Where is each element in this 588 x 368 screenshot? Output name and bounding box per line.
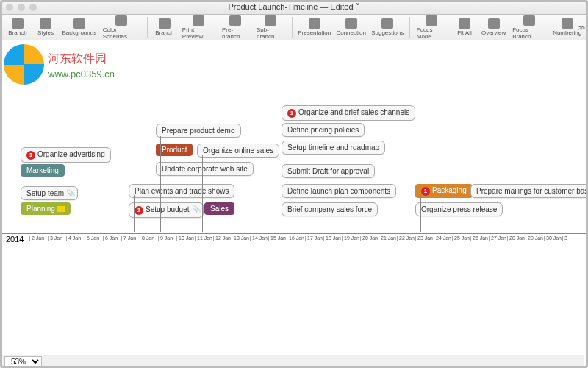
tag-packaging[interactable]: 1Packaging — [415, 184, 473, 198]
zoom-select[interactable]: 53% — [4, 356, 42, 367]
styles-button[interactable]: Styles — [32, 18, 59, 37]
tag-sales[interactable]: Sales — [204, 202, 234, 215]
node-press-release[interactable]: Organize press release — [415, 202, 503, 216]
node-prepare-demo[interactable]: Prepare product demo — [156, 124, 241, 138]
numbering-icon — [562, 18, 573, 29]
node-organize-advertising[interactable]: 1Organize advertising — [21, 147, 111, 163]
timeline-tick: 21 Jan — [379, 236, 396, 241]
connector — [420, 195, 421, 232]
print-preview-button[interactable]: Print Preview — [179, 15, 218, 40]
color-schemas-button[interactable]: Color Schemas — [100, 15, 143, 40]
timeline-tick: 3 — [562, 236, 567, 241]
connector — [202, 155, 203, 232]
timeline-tick: 17 Jan — [305, 236, 323, 241]
window-controls[interactable] — [6, 4, 37, 11]
connector — [134, 195, 135, 232]
timeline-tick: 25 Jan — [452, 236, 470, 241]
timeline-tick: 3 Jan — [48, 236, 62, 241]
backgrounds-icon — [74, 18, 85, 29]
node-mailings[interactable]: Prepare mailings for customer bas — [470, 184, 588, 198]
sub-branch-button[interactable]: Sub-branch — [254, 15, 288, 40]
focusbranch-icon — [523, 15, 535, 26]
timeline-tick: 30 Jan — [544, 236, 562, 241]
overview-button[interactable]: Overview — [479, 18, 508, 37]
timeline-tick: 9 Jan — [158, 236, 173, 241]
canvas[interactable]: 河东软件园 www.pc0359.cn 1Organize advertisin… — [0, 40, 588, 350]
node-brief-sales[interactable]: Brief company sales force — [282, 202, 378, 216]
maximize-icon[interactable] — [29, 4, 37, 11]
presentation-icon — [309, 18, 320, 29]
focus-mode-button[interactable]: Focus Mode — [414, 15, 450, 40]
timeline-tick: 22 Jan — [397, 236, 415, 241]
print-icon — [193, 15, 204, 26]
node-setup-team[interactable]: Setup team📎 — [21, 186, 78, 200]
tag-product[interactable]: Product — [156, 144, 193, 156]
connector — [476, 195, 476, 232]
focus-icon — [426, 15, 437, 26]
timeline-tick: 16 Jan — [287, 236, 304, 241]
close-icon[interactable] — [6, 4, 13, 11]
timeline-tick: 4 Jan — [66, 236, 81, 241]
node-plan-events[interactable]: Plan events and trade shows — [129, 184, 234, 198]
node-update-website[interactable]: Update corporate web site — [156, 162, 254, 176]
node-setup-budget[interactable]: 1Setup budget📎 — [129, 202, 204, 218]
watermark-logo-icon — [4, 44, 44, 85]
timeline-tick: 5 Jan — [85, 236, 99, 241]
tag-planning[interactable]: Planning — [21, 202, 71, 215]
connection-icon — [345, 18, 357, 29]
timeline-tick: 14 Jan — [250, 236, 268, 241]
timeline-tick: 18 Jan — [323, 236, 341, 241]
timeline-tick: 8 Jan — [140, 236, 154, 241]
timeline-tick: 6 Jan — [103, 236, 118, 241]
node-pricing[interactable]: Define pricing policies — [282, 123, 365, 137]
fit-all-button[interactable]: Fit All — [451, 18, 478, 37]
timeline-tick: 20 Jan — [360, 236, 378, 241]
suggestions-button[interactable]: Suggestions — [370, 18, 406, 37]
statusbar: 53% — [0, 355, 584, 368]
timeline-tick: 24 Jan — [434, 236, 451, 241]
timeline-tick: 19 Jan — [342, 236, 359, 241]
connection-button[interactable]: Connection — [334, 18, 368, 37]
timeline-tick: 10 Jan — [176, 236, 194, 241]
timeline-tick: 27 Jan — [489, 236, 506, 241]
minimize-icon[interactable] — [18, 4, 25, 11]
subbranch-icon — [265, 15, 276, 26]
node-timeline-roadmap[interactable]: Setup timeline and roadmap — [282, 141, 385, 155]
pre-branch-button[interactable]: Pre-branch — [219, 15, 252, 40]
toolbar-overflow-icon[interactable]: ≫ — [578, 24, 585, 32]
focus-branch-button[interactable]: Focus Branch — [509, 15, 549, 40]
branch2-button[interactable]: Branch — [151, 18, 178, 37]
timeline-tick: 23 Jan — [415, 236, 433, 241]
node-sales-channels[interactable]: 1Organize and brief sales channels — [282, 105, 415, 121]
fitall-icon — [459, 18, 470, 29]
connector — [26, 158, 26, 232]
timeline-tick: 11 Jan — [195, 236, 212, 241]
presentation-button[interactable]: Presentation — [296, 18, 333, 37]
priority-icon: 1 — [135, 206, 143, 215]
branch-button[interactable]: Branch — [4, 18, 31, 37]
overview-icon — [488, 18, 500, 29]
watermark-url: www.pc0359.cn — [48, 68, 115, 79]
attachment-icon: 📎 — [192, 205, 198, 213]
tag-marketing[interactable]: Marketing — [21, 164, 65, 177]
window-title: Product Launch-Timeline — Edited ˅ — [228, 2, 359, 12]
node-submit-draft[interactable]: Submit Draft for approval — [282, 164, 375, 178]
branch-icon — [159, 18, 171, 29]
priority-icon: 1 — [287, 109, 296, 118]
timeline-tick: 2 Jan — [29, 236, 44, 241]
palette-icon — [115, 15, 127, 26]
watermark-brand: 河东软件园 — [48, 52, 107, 67]
node-launch-plan[interactable]: Define launch plan components — [282, 184, 396, 198]
connector — [160, 136, 161, 232]
timeline-tick: 29 Jan — [526, 236, 543, 241]
backgrounds-button[interactable]: Backgrounds — [60, 18, 98, 37]
node-online-sales[interactable]: Organize online sales — [197, 144, 279, 158]
note-icon — [57, 206, 65, 212]
timeline-tick: 12 Jan — [213, 236, 231, 241]
timeline-tick: 7 Jan — [121, 236, 136, 241]
timeline-axis: 2014 2 Jan3 Jan4 Jan5 Jan6 Jan7 Jan8 Jan… — [0, 233, 588, 247]
connector — [287, 114, 287, 232]
priority-icon: 1 — [421, 187, 430, 196]
toolbar: Branch Styles Backgrounds Color Schemas … — [0, 15, 588, 40]
timeline-year: 2014 — [6, 235, 24, 244]
